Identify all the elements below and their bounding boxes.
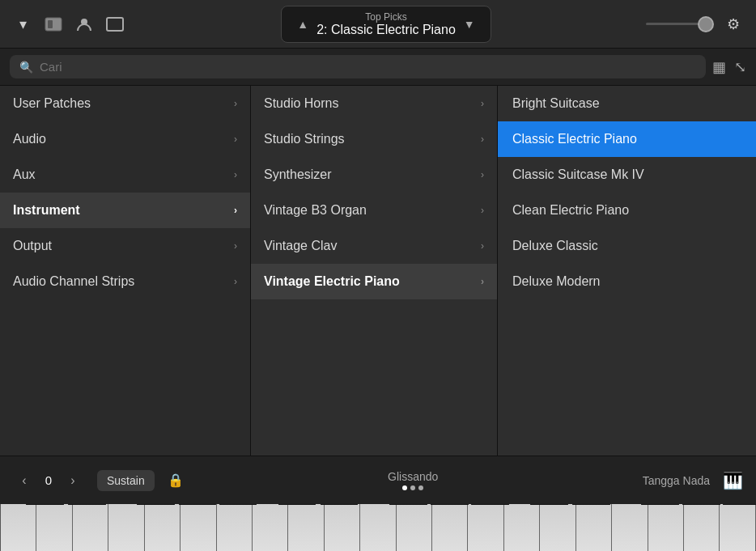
output-label: Output: [13, 239, 52, 253]
collapse-icon[interactable]: ⤡: [734, 58, 746, 76]
arrow-icon: ›: [234, 98, 237, 109]
piano-key-f4[interactable]: [612, 504, 648, 551]
preset-selector[interactable]: ▲ Top Picks 2: Classic Electric Piano ▼: [281, 6, 491, 43]
top-toolbar: ▾ ▲ Top Picks 2: Classic Electric Piano: [0, 0, 756, 49]
sidebar-item-user-patches[interactable]: User Patches ›: [0, 86, 250, 121]
preset-name: 2: Classic Electric Piano: [316, 23, 456, 37]
left-panel: User Patches › Audio › Aux › Instrument …: [0, 86, 251, 456]
vintage-b3-organ-label: Vintage B3 Organ: [264, 203, 367, 218]
classic-electric-piano-label: Classic Electric Piano: [512, 132, 637, 146]
middle-panel: Studio Horns › Studio Strings › Synthesi…: [251, 86, 498, 456]
settings-icon[interactable]: ⚙: [722, 13, 745, 36]
dot-inactive: [410, 485, 415, 490]
piano-keyboard[interactable]: C2 C3 C4: [0, 504, 756, 551]
piano-key-e4[interactable]: [576, 504, 612, 551]
library-icon[interactable]: [42, 13, 65, 36]
octave-up-button[interactable]: ›: [62, 469, 84, 492]
search-wrapper[interactable]: 🔍: [10, 55, 706, 78]
window-icon[interactable]: [104, 13, 126, 36]
octave-value: 0: [42, 473, 55, 487]
vintage-electric-piano-label: Vintage Electric Piano: [264, 274, 400, 289]
piano-key-g2[interactable]: [145, 504, 181, 551]
preset-category: Top Picks: [316, 11, 456, 23]
piano-key-a3[interactable]: [432, 504, 468, 551]
svg-rect-1: [48, 20, 53, 28]
piano-key-d3[interactable]: [288, 504, 324, 551]
sustain-button[interactable]: Sustain: [97, 470, 155, 491]
piano-key-b2[interactable]: [217, 504, 253, 551]
right-item-classic-suitcase-mk-iv[interactable]: Classic Suitcase Mk IV: [498, 157, 756, 193]
volume-slider[interactable]: [646, 23, 711, 25]
piano-key-f3[interactable]: [360, 504, 396, 551]
bright-suitcase-label: Bright Suitcase: [512, 96, 600, 111]
middle-item-vintage-electric-piano[interactable]: Vintage Electric Piano ›: [251, 264, 497, 299]
main-content: User Patches › Audio › Aux › Instrument …: [0, 86, 756, 456]
chevron-down-icon: ▼: [464, 18, 475, 31]
lock-icon[interactable]: 🔒: [168, 473, 184, 488]
toolbar-right: ⚙: [646, 13, 745, 36]
arrow-icon: ›: [234, 240, 237, 252]
middle-item-vintage-b3-organ[interactable]: Vintage B3 Organ ›: [251, 193, 497, 228]
slider-track: [646, 23, 711, 25]
aux-label: Aux: [13, 167, 36, 182]
sidebar-item-audio[interactable]: Audio ›: [0, 121, 250, 157]
keyboard-icon[interactable]: 🎹: [723, 471, 743, 490]
middle-item-studio-horns[interactable]: Studio Horns ›: [251, 86, 497, 121]
piano-key-d4[interactable]: [540, 504, 575, 551]
svg-rect-3: [107, 18, 123, 31]
person-icon[interactable]: [73, 13, 96, 36]
octave-controls: ‹ 0 ›: [13, 469, 84, 492]
piano-key-g3[interactable]: [397, 504, 432, 551]
search-icon: 🔍: [19, 61, 33, 74]
piano-key-g4[interactable]: [648, 504, 684, 551]
piano-key-c2[interactable]: C2: [0, 504, 36, 551]
right-item-clean-electric-piano[interactable]: Clean Electric Piano: [498, 193, 756, 228]
right-item-classic-electric-piano[interactable]: Classic Electric Piano: [498, 121, 756, 157]
studio-horns-label: Studio Horns: [264, 96, 339, 111]
piano-key-b3[interactable]: [468, 504, 503, 551]
studio-strings-label: Studio Strings: [264, 132, 345, 146]
piano-wrapper: C2 C3 C4: [0, 504, 756, 551]
arrow-icon: ›: [481, 98, 484, 109]
right-item-deluxe-modern[interactable]: Deluxe Modern: [498, 264, 756, 299]
dropdown-icon[interactable]: ▾: [11, 13, 34, 36]
user-patches-label: User Patches: [13, 96, 91, 111]
piano-key-e3[interactable]: [325, 504, 360, 551]
right-item-deluxe-classic[interactable]: Deluxe Classic: [498, 228, 756, 264]
instrument-label: Instrument: [13, 203, 80, 218]
octave-down-button[interactable]: ‹: [13, 469, 36, 492]
vintage-clav-label: Vintage Clav: [264, 239, 337, 253]
piano-key-b4[interactable]: [720, 504, 755, 551]
dot-inactive-2: [418, 485, 423, 490]
clean-electric-piano-label: Clean Electric Piano: [512, 203, 629, 218]
middle-item-synthesizer[interactable]: Synthesizer ›: [251, 157, 497, 193]
arrow-icon: ›: [234, 276, 237, 287]
dot-active: [402, 485, 407, 490]
sidebar-item-audio-channel-strips[interactable]: Audio Channel Strips ›: [0, 264, 250, 299]
piano-key-d2[interactable]: [36, 504, 72, 551]
piano-key-c4[interactable]: C4: [504, 504, 540, 551]
glissando-label: Glissando: [197, 470, 630, 483]
sidebar-item-aux[interactable]: Aux ›: [0, 157, 250, 193]
arrow-icon: ›: [481, 240, 484, 252]
sidebar-item-instrument[interactable]: Instrument ›: [0, 193, 250, 228]
middle-item-studio-strings[interactable]: Studio Strings ›: [251, 121, 497, 157]
arrow-icon: ›: [234, 134, 237, 145]
grid-view-icon[interactable]: ▦: [712, 58, 726, 76]
piano-key-a4[interactable]: [684, 504, 720, 551]
deluxe-classic-label: Deluxe Classic: [512, 239, 598, 253]
tangga-nada-label[interactable]: Tangga Nada: [643, 474, 710, 487]
piano-key-e2[interactable]: [73, 504, 108, 551]
piano-key-c3[interactable]: C3: [253, 504, 288, 551]
audio-channel-strips-label: Audio Channel Strips: [13, 274, 134, 289]
right-item-bright-suitcase[interactable]: Bright Suitcase: [498, 86, 756, 121]
middle-item-vintage-clav[interactable]: Vintage Clav ›: [251, 228, 497, 264]
piano-key-f2[interactable]: [108, 504, 144, 551]
glissando-control: Glissando: [197, 470, 630, 490]
sidebar-item-output[interactable]: Output ›: [0, 228, 250, 264]
search-input[interactable]: [40, 60, 696, 74]
synthesizer-label: Synthesizer: [264, 167, 332, 182]
classic-suitcase-mk-iv-label: Classic Suitcase Mk IV: [512, 167, 644, 182]
toolbar-left: ▾: [11, 13, 126, 36]
piano-key-a2[interactable]: [181, 504, 216, 551]
